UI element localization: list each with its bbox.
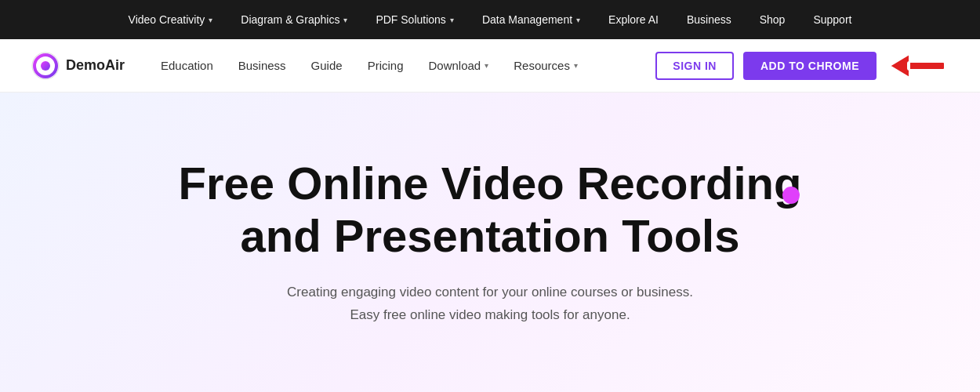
arrow-indicator (886, 50, 949, 82)
nav-link-guide[interactable]: Guide (299, 39, 355, 93)
chevron-down-icon: ▾ (576, 16, 580, 24)
nav-actions: SIGN IN ADD TO CHROME (655, 50, 949, 82)
chevron-down-icon: ▾ (485, 61, 488, 70)
top-nav-label: Data Management (482, 13, 572, 26)
top-nav-label: PDF Solutions (376, 13, 445, 26)
top-navigation: Video Creativity ▾ Diagram & Graphics ▾ … (0, 0, 980, 39)
arrow-icon (886, 50, 949, 82)
top-nav-item-pdf-solutions[interactable]: PDF Solutions ▾ (361, 0, 467, 39)
add-to-chrome-button[interactable]: ADD TO CHROME (743, 52, 877, 80)
secondary-navigation: DemoAir Education Business Guide Pricing… (0, 39, 980, 93)
top-nav-label: Shop (760, 13, 786, 26)
nav-link-resources[interactable]: Resources ▾ (501, 39, 590, 93)
top-nav-item-video-creativity[interactable]: Video Creativity ▾ (114, 0, 227, 39)
nav-link-download[interactable]: Download ▾ (416, 39, 502, 93)
hero-subtitle: Creating engaging video content for your… (287, 281, 693, 327)
hero-section: Free Online Video Recordingand Presentat… (0, 93, 980, 392)
nav-links: Education Business Guide Pricing Downloa… (148, 39, 655, 93)
top-nav-item-support[interactable]: Support (799, 0, 866, 39)
nav-link-pricing[interactable]: Pricing (355, 39, 416, 93)
top-nav-label: Diagram & Graphics (241, 13, 339, 26)
chevron-down-icon: ▾ (209, 16, 212, 24)
nav-link-business[interactable]: Business (226, 39, 299, 93)
svg-marker-3 (890, 54, 909, 78)
chevron-down-icon: ▾ (574, 61, 578, 70)
top-nav-label: Business (687, 13, 731, 26)
chevron-down-icon: ▾ (450, 16, 454, 24)
top-nav-label: Explore AI (608, 13, 659, 26)
top-nav-item-data-management[interactable]: Data Management ▾ (468, 0, 594, 39)
top-nav-item-business[interactable]: Business (673, 0, 746, 39)
top-nav-label: Support (813, 13, 851, 26)
logo[interactable]: DemoAir (31, 52, 125, 80)
logo-text: DemoAir (66, 57, 125, 74)
chevron-down-icon: ▾ (343, 16, 347, 24)
logo-icon (31, 52, 60, 80)
hero-title: Free Online Video Recordingand Presentat… (179, 158, 802, 262)
decorative-dot (782, 187, 800, 204)
svg-rect-4 (908, 62, 945, 70)
sign-in-button[interactable]: SIGN IN (655, 52, 734, 80)
top-nav-item-diagram-graphics[interactable]: Diagram & Graphics ▾ (227, 0, 361, 39)
top-nav-item-explore-ai[interactable]: Explore AI (594, 0, 673, 39)
top-nav-label: Video Creativity (129, 13, 205, 26)
nav-link-education[interactable]: Education (148, 39, 226, 93)
top-nav-item-shop[interactable]: Shop (746, 0, 800, 39)
svg-point-2 (41, 61, 50, 71)
